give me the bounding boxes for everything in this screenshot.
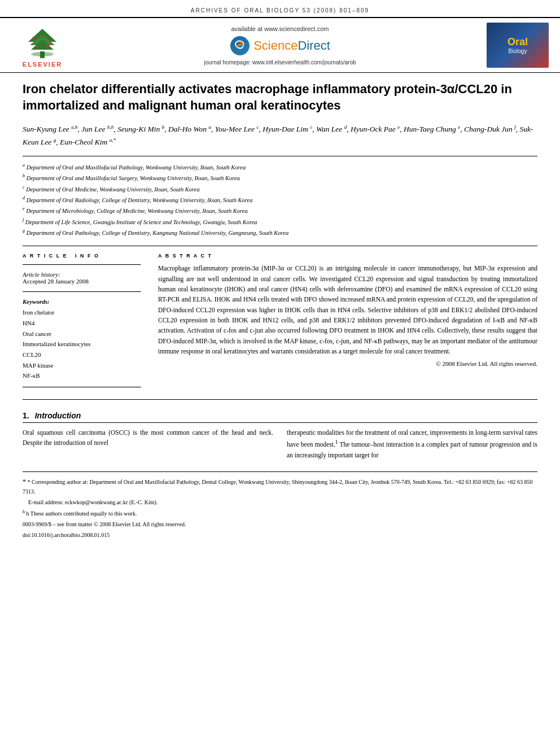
journal-header: Archives of Oral Biology 53 (2008) 801–8… (0, 0, 560, 18)
keyword-5: CCL20 (23, 350, 141, 360)
fn-equal: h h These authors contributed equally to… (23, 509, 537, 518)
svg-point-6 (50, 40, 53, 42)
affiliation-c: c Department of Oral Medicine, Wonkwang … (23, 184, 537, 194)
intro-text-left: Oral squamous cell carcinoma (OSCC) is t… (23, 427, 273, 448)
keyword-6: MAP kinase (23, 360, 141, 371)
affiliation-d: d Department of Oral Radiology, College … (23, 195, 537, 205)
keywords-label: Keywords: (23, 298, 50, 305)
affiliation-a: a Department of Oral and Maxillofacial P… (23, 162, 537, 172)
left-bottom-divider (23, 387, 141, 388)
article-info-column: A R T I C L E I N F O Article history: A… (23, 253, 141, 394)
page-wrapper: Archives of Oral Biology 53 (2008) 801–8… (0, 0, 560, 550)
accepted-date: Accepted 28 January 2008 (23, 278, 141, 285)
article-info-divider (23, 264, 141, 265)
affil-divider (23, 246, 537, 246)
available-text: available at www.sciencedirect.com (73, 25, 487, 32)
sciencedirect-text: ScienceDirect (253, 38, 330, 53)
affiliation-b: b Department of Oral and Maxillofacial S… (23, 173, 537, 183)
affiliation-g: g Department of Oral Pathology, College … (23, 228, 537, 238)
article-title: Iron chelator differentially activates m… (23, 81, 537, 113)
fn-email: E-mail address: eckwkop@wonkwang.ac.kr (… (23, 498, 537, 507)
introduction-section: 1. Introduction Oral squamous cell carci… (23, 411, 537, 460)
section-divider (23, 399, 537, 400)
article-history: Article history: Accepted 28 January 200… (23, 271, 141, 285)
svg-point-5 (32, 37, 36, 40)
fn-issn: 0003-9969/$ – see front matter © 2008 El… (23, 520, 537, 529)
sciencedirect-logo: ScienceDirect (73, 36, 487, 56)
section-title: Introduction (35, 411, 81, 420)
affiliation-f: f Department of Life Science, Gwangju In… (23, 217, 537, 227)
keyword-7: NF-κB (23, 370, 141, 381)
keywords-list: Iron chelator HN4 Oral cancer Immortaliz… (23, 307, 141, 381)
fn-corresponding: * * Corresponding author at: Department … (23, 477, 537, 496)
keyword-2: HN4 (23, 318, 141, 329)
abstract-copyright: © 2008 Elsevier Ltd. All rights reserved… (158, 360, 537, 367)
intro-body: Oral squamous cell carcinoma (OSCC) is t… (23, 427, 537, 460)
elsevier-tree-icon (20, 26, 65, 60)
section-title-row: 1. Introduction (23, 411, 537, 423)
oral-logo-text: Oral (508, 36, 528, 48)
svg-point-11 (240, 41, 242, 43)
main-content: Iron chelator differentially activates m… (0, 73, 560, 550)
keyword-4: Immortalized keratinocytes (23, 339, 141, 350)
affiliation-e: e Department of Microbiology, College of… (23, 206, 537, 216)
svg-point-10 (230, 36, 250, 55)
keyword-3: Oral cancer (23, 329, 141, 339)
article-info-label: A R T I C L E I N F O (23, 253, 141, 259)
elsevier-logo: ELSEVIER (11, 23, 73, 68)
abstract-column: A B S T R A C T Macrophage inflammatory … (158, 253, 537, 394)
abstract-label: A B S T R A C T (158, 253, 537, 259)
svg-point-9 (41, 35, 43, 37)
elsevier-label: ELSEVIER (23, 61, 62, 68)
abstract-text: Macrophage inflammatory protein-3α (MIP-… (158, 263, 537, 357)
keywords-section: Keywords: Iron chelator HN4 Oral cancer … (23, 298, 141, 381)
fn-doi: doi:10.1016/j.archoralbio.2008.01.015 (23, 531, 537, 540)
oral-bio-logo: Oral Biology (487, 23, 549, 68)
svg-point-8 (46, 45, 50, 48)
journal-homepage: journal homepage: www.intl.elsevierhealt… (73, 59, 487, 65)
bio-logo-text: Biology (509, 48, 527, 54)
intro-left: Oral squamous cell carcinoma (OSCC) is t… (23, 427, 273, 460)
section-number: 1. (23, 411, 29, 420)
authors-divider (23, 156, 537, 156)
svg-point-7 (36, 46, 38, 49)
keywords-divider (23, 291, 141, 292)
svg-point-1 (31, 52, 54, 56)
journal-title: Archives of Oral Biology 53 (2008) 801–8… (191, 7, 369, 14)
intro-right: therapeutic modalities for the treatment… (287, 427, 537, 460)
footnotes: * * Corresponding author at: Department … (23, 471, 537, 540)
sd-icon (230, 36, 250, 56)
intro-text-right: therapeutic modalities for the treatment… (287, 427, 537, 460)
article-info-abstract-section: A R T I C L E I N F O Article history: A… (23, 253, 537, 394)
history-label: Article history: (23, 271, 141, 278)
authors: Sun-Kyung Lee a,h, Jun Lee b,h, Seung-Ki… (23, 123, 537, 149)
affiliations: a Department of Oral and Maxillofacial P… (23, 162, 537, 238)
center-info: available at www.sciencedirect.com (73, 25, 487, 65)
keyword-1: Iron chelator (23, 307, 141, 318)
logos-row: ELSEVIER available at www.sciencedirect.… (0, 18, 560, 73)
